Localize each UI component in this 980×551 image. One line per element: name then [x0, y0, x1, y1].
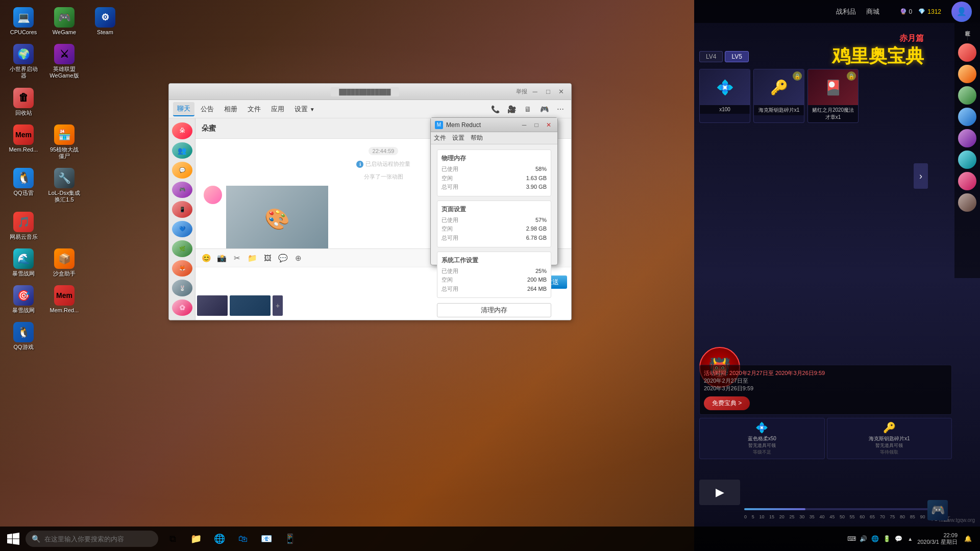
- reward-item-1[interactable]: 💠 蓝色格柔x50 暂无道具可领 等级不足: [699, 418, 825, 459]
- friend-avatar-5[interactable]: [958, 129, 976, 147]
- folder-btn[interactable]: 📁: [246, 252, 259, 265]
- qq-menu-album[interactable]: 相册: [220, 103, 241, 116]
- notification-btn[interactable]: 🔔: [962, 528, 974, 550]
- contact-item-2[interactable]: 👥: [172, 142, 192, 159]
- friend-avatar-6[interactable]: [958, 151, 976, 169]
- level-tab-lv5[interactable]: LV5: [725, 51, 748, 62]
- icon-sandhu[interactable]: 📦 沙盒助手: [46, 246, 83, 279]
- friend-avatar-3[interactable]: [958, 86, 976, 105]
- contact-item-5[interactable]: 📱: [172, 201, 192, 218]
- mem-clear-button[interactable]: 清理内存: [437, 303, 551, 317]
- friend-avatar-1[interactable]: [958, 43, 976, 62]
- mem-menu-help[interactable]: 帮助: [471, 134, 483, 142]
- qq-minimize-btn[interactable]: ─: [529, 86, 541, 97]
- tray-icon-1[interactable]: ⌨: [846, 534, 856, 544]
- contact-item-3[interactable]: 💬: [172, 162, 192, 179]
- free-reward-btn[interactable]: 免费宝典 >: [704, 396, 750, 410]
- icon-wegame[interactable]: 🎮 WeGame: [46, 5, 83, 38]
- icon-qqgame[interactable]: 🐧 QQ游戏: [5, 320, 42, 353]
- mem-minimize-btn[interactable]: ─: [520, 120, 529, 130]
- icon-worlds[interactable]: 🌍 小世界启动器: [5, 42, 42, 81]
- qq-menu-app[interactable]: 应用: [267, 103, 288, 116]
- game-avatar[interactable]: 👤: [951, 2, 972, 22]
- emoji-btn[interactable]: 😊: [200, 252, 213, 265]
- reward-item-2[interactable]: 🔑 海克斯钥匙碎片x1 暂无道具可领 等待领取: [827, 418, 952, 459]
- qq-game-btn[interactable]: 🎮: [537, 103, 551, 116]
- nav-right-arrow[interactable]: ›: [914, 163, 928, 189]
- contact-item-6[interactable]: 💙: [172, 221, 192, 238]
- contact-item-7[interactable]: 🌿: [172, 240, 192, 257]
- thumb-1[interactable]: [197, 295, 228, 316]
- mem-menu-file[interactable]: 文件: [434, 134, 446, 142]
- icon-lol-dsx[interactable]: 🔧 LoL-Dsx集成换汇1.5: [46, 166, 83, 205]
- icon-qq[interactable]: 🐧 QQ迅雷: [5, 166, 42, 205]
- taskbar-appx[interactable]: 📱: [279, 528, 301, 550]
- tray-icon-5[interactable]: 💬: [893, 534, 903, 544]
- scissors-btn[interactable]: ✂: [230, 252, 243, 265]
- icon-jingwei[interactable]: 🎯 暴雪战网: [5, 283, 42, 316]
- qq-more-btn[interactable]: ⋯: [554, 103, 567, 116]
- search-input[interactable]: [44, 535, 152, 543]
- clock-area[interactable]: 22:09 2020/3/1 星期日: [917, 532, 960, 546]
- thumb-2[interactable]: [230, 295, 271, 316]
- qq-voice-btn[interactable]: 📞: [488, 103, 502, 116]
- mem-close-btn[interactable]: ✕: [544, 120, 553, 130]
- contact-item-9[interactable]: 🐰: [172, 280, 192, 296]
- chat-img-btn[interactable]: 💬: [276, 252, 289, 265]
- game-item-2[interactable]: 🔑 🔒 海克斯钥匙碎片x1: [753, 69, 804, 123]
- more-input-btn[interactable]: ⊕: [291, 252, 305, 265]
- contact-item-10[interactable]: 🌸: [172, 299, 192, 316]
- contact-item-1[interactable]: 朵: [172, 122, 192, 139]
- qq-toolbar-right: 📞 🎥 🖥 🎮 ⋯: [488, 103, 567, 116]
- game-item-3[interactable]: 🎴 🔒 赌红之月2020魔法才章x1: [807, 69, 859, 123]
- tray-icon-2[interactable]: 🔊: [858, 534, 868, 544]
- icon-boli[interactable]: 🌊 暴雪战网: [5, 246, 42, 279]
- tray-icon-4[interactable]: 🔋: [881, 534, 892, 544]
- icon-steam[interactable]: ⚙ Steam: [87, 5, 124, 38]
- icon-wangyi[interactable]: 🎵 网易云音乐: [5, 210, 42, 242]
- qq-menu-notice[interactable]: 公告: [197, 103, 218, 116]
- qq-maximize-btn[interactable]: □: [543, 86, 554, 97]
- icon-row-9: 🐧 QQ游戏: [5, 320, 124, 353]
- game-nav-shop[interactable]: 商城: [866, 7, 879, 16]
- game-main-content: 赤月篇 鸡里奥宝典 LV4 LV5 💠 x100: [694, 23, 954, 329]
- tray-icon-3[interactable]: 🌐: [870, 534, 880, 544]
- tray-icon-6[interactable]: ▲: [905, 534, 915, 544]
- taskbar-task-view[interactable]: ⧉: [161, 528, 184, 550]
- start-button[interactable]: [2, 528, 24, 550]
- qq-report-btn[interactable]: 举报: [516, 86, 527, 97]
- taskbar-store[interactable]: 🛍: [232, 528, 254, 550]
- friend-avatar-2[interactable]: [958, 65, 976, 83]
- search-bar[interactable]: 🔍: [26, 531, 158, 547]
- mem-menu-settings[interactable]: 设置: [452, 134, 464, 142]
- taskbar-explorer[interactable]: 📁: [185, 528, 207, 550]
- image-btn[interactable]: 🖼: [261, 252, 274, 265]
- contact-item-4[interactable]: 🎮: [172, 182, 192, 198]
- contact-item-8[interactable]: 🦊: [172, 260, 192, 277]
- clock-time: 22:09: [917, 532, 958, 538]
- qq-close-btn[interactable]: ✕: [556, 86, 567, 97]
- friend-avatar-4[interactable]: [958, 108, 976, 126]
- taskbar-browser[interactable]: 🌐: [208, 528, 231, 550]
- video-thumb[interactable]: ▶: [699, 480, 740, 505]
- qq-video-btn[interactable]: 🎥: [505, 103, 518, 116]
- thumb-3[interactable]: +: [273, 295, 283, 316]
- friend-avatar-7[interactable]: [958, 172, 976, 190]
- taskbar-mail[interactable]: 📧: [255, 528, 278, 550]
- mem-restore-btn[interactable]: □: [532, 120, 541, 130]
- level-tab-lv4[interactable]: LV4: [699, 51, 723, 62]
- qq-menu-chat[interactable]: 聊天: [173, 102, 194, 116]
- screenshot-btn[interactable]: 📸: [215, 252, 228, 265]
- icon-95zhi[interactable]: 🏪 95植物大战僵尸: [46, 122, 83, 162]
- game-item-1[interactable]: 💠 x100: [699, 69, 750, 123]
- icon-recycle[interactable]: 🗑 回收站: [5, 86, 42, 118]
- game-nav-spoils[interactable]: 战利品: [836, 7, 856, 16]
- icon-mem-red[interactable]: Mem Mem.Red...: [5, 122, 42, 162]
- qq-menu-file[interactable]: 文件: [243, 103, 265, 116]
- icon-lol[interactable]: ⚔ 英雄联盟WeGame版: [46, 42, 83, 81]
- qq-menu-settings[interactable]: 设置 ▼: [290, 103, 319, 116]
- friend-avatar-8[interactable]: [958, 193, 976, 212]
- qq-screen-btn[interactable]: 🖥: [521, 103, 534, 116]
- icon-cpucores[interactable]: 💻 CPUCores: [5, 5, 42, 38]
- icon-mem2[interactable]: Mem Mem.Red...: [46, 283, 83, 316]
